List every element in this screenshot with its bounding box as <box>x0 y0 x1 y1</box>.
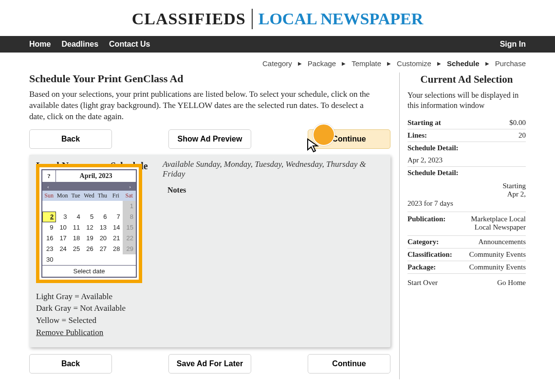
calendar-day-3[interactable]: 3 <box>56 212 69 222</box>
calendar-day-30[interactable]: 30 <box>42 254 56 265</box>
calendar-day-5[interactable]: 5 <box>83 212 96 222</box>
calendar-day-12[interactable]: 12 <box>82 222 95 233</box>
calendar-day-15: 15 <box>123 222 136 233</box>
legend-selected: Yellow = Selected <box>36 315 384 327</box>
starting-at-value: $0.00 <box>509 119 526 127</box>
calendar-empty <box>56 254 69 265</box>
nav-contact[interactable]: Contact Us <box>109 40 150 49</box>
calendar-empty <box>96 254 109 265</box>
lines-label: Lines: <box>407 131 427 140</box>
header-newspaper: LOCAL NEWSPAPER <box>259 10 423 28</box>
calendar-day-25[interactable]: 25 <box>69 244 82 254</box>
go-home-link[interactable]: Go Home <box>497 279 526 287</box>
calendar-dow-sat: Sat <box>123 191 136 201</box>
calendar-day-29: 29 <box>123 244 136 254</box>
calendar-day-17[interactable]: 17 <box>56 233 69 244</box>
schedule-detail-apr2: Apr 2, <box>407 190 526 198</box>
calendar: ? April, 2023 ‹ › SunMonTueWedThuFriSat … <box>36 164 142 283</box>
legend-not-available: Dark Gray = Not Available <box>36 303 384 315</box>
nav-deadlines[interactable]: Deadlines <box>61 40 98 49</box>
calendar-day-24[interactable]: 24 <box>56 244 69 254</box>
page-title: Schedule Your Print GenClass Ad <box>29 72 390 85</box>
calendar-day-23[interactable]: 23 <box>42 244 56 254</box>
back-button-top[interactable]: Back <box>29 129 112 149</box>
save-later-button[interactable]: Save Ad For Later <box>168 354 251 374</box>
calendar-prev-button[interactable]: ‹ <box>42 182 89 191</box>
calendar-day-28[interactable]: 28 <box>109 244 122 254</box>
calendar-day-19[interactable]: 19 <box>82 233 95 244</box>
breadcrumb-arrow-icon: ▶ <box>437 61 441 66</box>
calendar-day-6[interactable]: 6 <box>96 212 109 222</box>
nav-home[interactable]: Home <box>29 40 51 49</box>
package-label: Package: <box>407 263 436 271</box>
calendar-footer: Select date <box>42 265 136 277</box>
calendar-day-8: 8 <box>123 212 136 222</box>
schedule-panel: Local Newspaper Schedule ? April, 2023 ‹… <box>29 155 390 348</box>
publication-value-1: Marketplace Local <box>471 215 526 223</box>
schedule-detail-label: Schedule Detail: <box>407 144 459 152</box>
calendar-next-button[interactable]: › <box>89 182 136 191</box>
calendar-month-label: April, 2023 <box>56 170 136 182</box>
calendar-day-27[interactable]: 27 <box>96 244 109 254</box>
calendar-day-1: 1 <box>123 201 136 212</box>
calendar-day-2[interactable]: 2 <box>42 212 56 222</box>
sidebar-title: Current Ad Selection <box>407 73 526 86</box>
publication-value-2: Local Newspaper <box>471 223 526 232</box>
calendar-help-button[interactable]: ? <box>42 170 56 182</box>
breadcrumb-arrow-icon: ▶ <box>485 61 489 66</box>
schedule-detail-starting: Starting <box>407 182 526 190</box>
breadcrumb-step-category[interactable]: Category <box>262 59 292 68</box>
header-divider <box>252 9 253 29</box>
calendar-empty <box>96 201 109 212</box>
legend: Light Gray = Available Dark Gray = Not A… <box>36 291 384 339</box>
calendar-dow-tue: Tue <box>69 191 82 201</box>
calendar-dow-wed: Wed <box>82 191 95 201</box>
calendar-day-16[interactable]: 16 <box>42 233 56 244</box>
breadcrumb-step-package[interactable]: Package <box>308 59 336 68</box>
preview-button[interactable]: Show Ad Preview <box>168 129 251 149</box>
calendar-day-11[interactable]: 11 <box>69 222 82 233</box>
breadcrumb-arrow-icon: ▶ <box>387 61 391 66</box>
availability-text: Available Sunday, Monday, Tuesday, Wedne… <box>163 160 384 179</box>
calendar-day-22: 22 <box>123 233 136 244</box>
calendar-day-18[interactable]: 18 <box>69 233 82 244</box>
calendar-day-9[interactable]: 9 <box>42 222 56 233</box>
calendar-day-20[interactable]: 20 <box>96 233 109 244</box>
calendar-day-10[interactable]: 10 <box>56 222 69 233</box>
current-selection-sidebar: Current Ad Selection Your selections wil… <box>399 72 526 379</box>
schedule-detail-label-2: Schedule Detail: <box>407 169 459 177</box>
calendar-day-7[interactable]: 7 <box>109 212 122 222</box>
breadcrumb-step-schedule[interactable]: Schedule <box>447 59 480 68</box>
classification-value: Community Events <box>469 250 526 259</box>
breadcrumb-arrow-icon: ▶ <box>342 61 346 66</box>
start-over-link[interactable]: Start Over <box>407 279 438 287</box>
continue-button-top[interactable]: Continue <box>308 129 390 149</box>
nav-signin[interactable]: Sign In <box>500 40 526 48</box>
breadcrumb-step-purchase[interactable]: Purchase <box>495 59 526 68</box>
calendar-empty <box>56 201 69 212</box>
calendar-day-26[interactable]: 26 <box>82 244 95 254</box>
calendar-dow-mon: Mon <box>56 191 69 201</box>
remove-publication-link[interactable]: Remove Publication <box>36 327 384 339</box>
calendar-day-14[interactable]: 14 <box>109 222 122 233</box>
calendar-empty <box>109 254 122 265</box>
legend-available: Light Gray = Available <box>36 291 384 303</box>
calendar-empty <box>123 254 136 265</box>
breadcrumb-step-customize[interactable]: Customize <box>397 59 431 68</box>
calendar-empty <box>42 201 56 212</box>
calendar-day-21[interactable]: 21 <box>109 233 122 244</box>
page-intro: Based on your selections, your print pub… <box>29 89 380 123</box>
schedule-date: Apr 2, 2023 <box>407 156 443 164</box>
classification-label: Classification: <box>407 250 452 259</box>
breadcrumb-step-template[interactable]: Template <box>352 59 381 68</box>
calendar-day-4[interactable]: 4 <box>70 212 83 222</box>
calendar-day-13[interactable]: 13 <box>96 222 109 233</box>
back-button-bottom[interactable]: Back <box>29 354 112 374</box>
publication-label: Publication: <box>407 215 445 232</box>
calendar-dow-fri: Fri <box>109 191 122 201</box>
sidebar-intro: Your selections will be displayed in thi… <box>407 90 526 111</box>
breadcrumb: Category▶Package▶Template▶Customize▶Sche… <box>0 53 555 72</box>
header-classifieds: CLASSIFIEDS <box>132 10 246 28</box>
calendar-dow-sun: Sun <box>42 191 56 201</box>
continue-button-bottom[interactable]: Continue <box>308 354 390 374</box>
